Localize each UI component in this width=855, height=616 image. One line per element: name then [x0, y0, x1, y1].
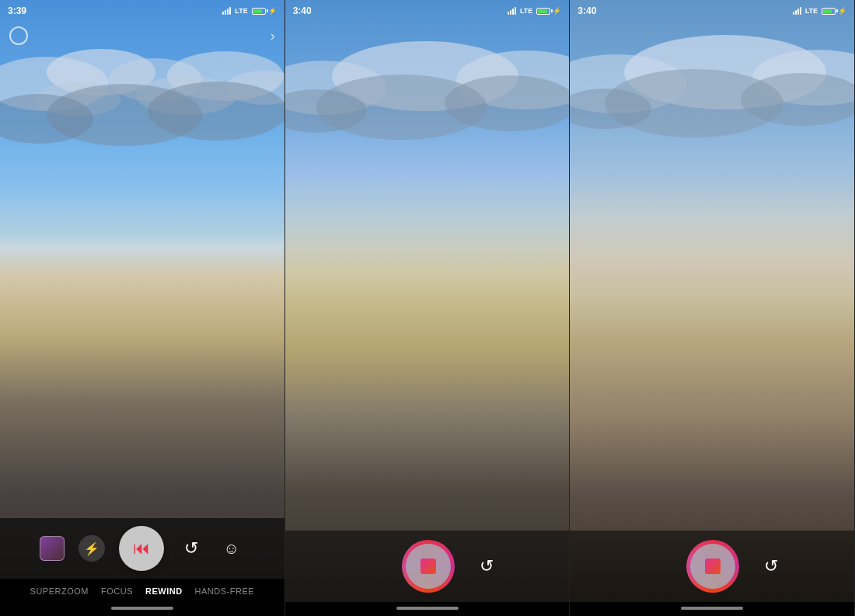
lte-label-2: LTE: [520, 7, 532, 15]
battery-1: [252, 8, 266, 15]
chevron-right-icon[interactable]: ›: [270, 28, 275, 44]
stop-icon-3: [705, 559, 721, 574]
face-effect-button[interactable]: ☺: [218, 535, 245, 562]
status-icons-2: LTE ⚡: [508, 7, 561, 15]
phone-panel-1: 3:39 LTE ⚡ › ⚡ ⏮ ↺ ☺: [0, 0, 285, 616]
time-2: 3:40: [293, 5, 312, 16]
signal-bars-2: [508, 7, 516, 15]
camera-icons-1: ⚡ ⏮ ↺ ☺: [0, 518, 284, 579]
record-button-3[interactable]: [686, 540, 739, 593]
beach-background-3: [570, 0, 854, 616]
home-indicator-1: [0, 602, 284, 616]
gallery-button[interactable]: [40, 536, 65, 561]
home-bar-1: [111, 607, 173, 610]
flash-button[interactable]: ⚡: [79, 535, 105, 562]
rewind-icon: ⏮: [133, 538, 150, 559]
status-icons-3: LTE ⚡: [793, 7, 846, 15]
controls-panel-1: ⚡ ⏮ ↺ ☺ SUPERZOOM FOCUS REWIND HANDS-FRE…: [0, 518, 284, 616]
mode-bar: SUPERZOOM FOCUS REWIND HANDS-FREE: [0, 579, 284, 602]
mode-rewind[interactable]: REWIND: [139, 585, 189, 597]
status-icons-1: LTE ⚡: [222, 7, 276, 15]
status-bar-3: 3:40 LTE ⚡: [570, 0, 854, 22]
phone-panel-3: 3:40 LTE ⚡ ↺: [570, 0, 855, 616]
record-area-3: ↺: [570, 531, 854, 602]
signal-bars-1: [222, 7, 231, 15]
home-indicator-2: [285, 602, 570, 616]
lte-label-1: LTE: [235, 7, 247, 15]
status-bar-1: 3:39 LTE ⚡: [0, 0, 284, 22]
lte-label-3: LTE: [805, 7, 818, 15]
time-3: 3:40: [578, 5, 596, 16]
charging-bolt-1: ⚡: [268, 7, 277, 15]
rotate-button[interactable]: ↺: [178, 535, 204, 562]
signal-bars-3: [793, 7, 801, 15]
home-bar-3: [681, 607, 743, 610]
mode-superzoom[interactable]: SUPERZOOM: [24, 585, 95, 597]
controls-panel-3: ↺: [570, 531, 854, 616]
time-1: 3:39: [8, 5, 26, 16]
battery-2: [536, 8, 550, 15]
stop-icon-2: [421, 559, 436, 574]
record-button-2[interactable]: [402, 540, 455, 593]
circle-indicator[interactable]: [9, 26, 28, 45]
home-bar-2: [396, 607, 459, 610]
rewind-button[interactable]: ⏮: [119, 526, 164, 571]
battery-3: [822, 8, 836, 15]
charging-bolt-3: ⚡: [838, 7, 846, 15]
rotate-button-2[interactable]: ↺: [473, 553, 500, 579]
mode-focus[interactable]: FOCUS: [95, 585, 139, 597]
mode-handsfree[interactable]: HANDS-FREE: [189, 585, 261, 597]
record-area-2: ↺: [285, 531, 570, 602]
status-bar-2: 3:40 LTE ⚡: [285, 0, 570, 22]
rotate-button-3[interactable]: ↺: [758, 553, 784, 579]
controls-panel-2: ↺: [285, 531, 570, 616]
charging-bolt-2: ⚡: [553, 7, 561, 15]
beach-background-2: [285, 0, 570, 616]
home-indicator-3: [570, 602, 854, 616]
phone-panel-2: 3:40 LTE ⚡ ↺: [285, 0, 571, 616]
